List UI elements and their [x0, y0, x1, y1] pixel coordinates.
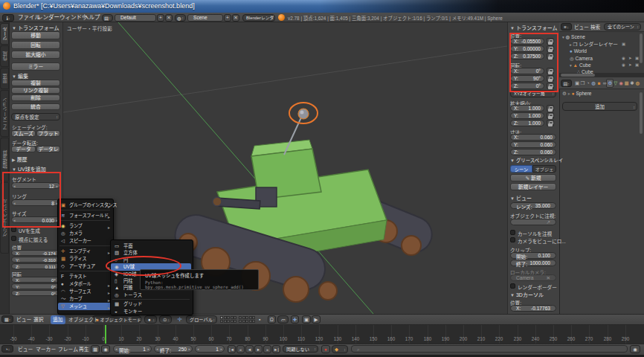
panel-header-add-uv-sphere[interactable]: ▼UV球を追加	[12, 165, 46, 173]
keying-set-icon[interactable]: ◆↕	[332, 345, 348, 353]
toolshelf-tab-4[interactable]: 物理演算	[0, 138, 9, 181]
outliner-menu-1[interactable]: 検索	[590, 23, 600, 31]
mesh-menu-item-9[interactable]: ◒モンキー	[111, 308, 191, 315]
npanel-scale-field-1[interactable]: Y:1.000	[510, 112, 544, 119]
sync-dropdown[interactable]: 同期しない↕	[283, 345, 318, 353]
slider-1[interactable]: ◂8▸	[11, 199, 60, 206]
screen-layout-icon[interactable]: ▤↕	[102, 14, 113, 22]
jump-to-start-icon[interactable]: |◄	[228, 345, 236, 353]
lock-object-field[interactable]: ↗	[510, 219, 556, 225]
pivot-center-icon[interactable]: ⊙↕	[159, 315, 172, 324]
operator-loc-field-0[interactable]: X:-0.174	[11, 250, 60, 256]
proportional-icon[interactable]: ✚	[291, 315, 299, 324]
infobar-menu-3[interactable]: ヘルプ	[83, 13, 100, 22]
editor-type-timeline-icon[interactable]: ◔↕	[1, 345, 13, 353]
lock-camera-checkbox[interactable]	[510, 237, 515, 242]
add-scene-button[interactable]: +	[224, 14, 231, 22]
prev-keyframe-icon[interactable]: «	[236, 345, 245, 353]
cursor-icon[interactable]: ➤	[628, 62, 632, 68]
toolshelf-tab-3[interactable]: アニメーション	[0, 90, 9, 137]
operator-checkbox-1[interactable]	[11, 236, 16, 241]
add-menu-item-12[interactable]: ▽メッシュ▸	[58, 303, 112, 310]
npanel-dim-field-0[interactable]: X:0.060	[510, 134, 556, 141]
panel-header-edit[interactable]: ▼編集	[12, 72, 28, 80]
mesh-menu-item-1[interactable]: ▧立方体	[111, 249, 191, 256]
layer-toggle[interactable]	[239, 316, 242, 319]
smooth-button[interactable]: スムーズ	[11, 130, 36, 137]
screen-layout-field[interactable]: Default	[115, 14, 156, 22]
layer-toggle[interactable]	[249, 320, 252, 323]
operator-rot-field-2[interactable]: Z:0°	[11, 290, 60, 296]
layer-toggle[interactable]	[245, 320, 248, 323]
lens-field[interactable]: レンズ:35.000	[510, 202, 556, 209]
frame-start-field[interactable]: ◂開始:1▸	[113, 345, 152, 353]
operator-rot-field-0[interactable]: X:0°	[11, 277, 60, 283]
opengl-render-icon[interactable]: ▣	[302, 315, 311, 324]
npanel-scale-field-2[interactable]: Z:1.000	[510, 120, 544, 126]
outliner-row-cube[interactable]: ∴ Cube	[577, 68, 593, 76]
layer-toggle[interactable]	[231, 316, 234, 319]
mesh-menu-item-2[interactable]: ○円	[111, 257, 191, 263]
npanel-rot-lock-icon-0[interactable]	[547, 68, 554, 74]
add-menu-item-8[interactable]: Fテキスト	[58, 273, 112, 280]
add-menu-item-6[interactable]: ▦ラティス	[58, 255, 112, 263]
mesh-menu-item-8[interactable]: ▦グリッド	[111, 300, 191, 307]
npanel-scale-lock-icon-2[interactable]	[547, 120, 554, 126]
layer-toggle[interactable]	[252, 320, 255, 323]
npanel-loc-lock-icon-2[interactable]	[547, 53, 554, 60]
layer-toggle[interactable]	[220, 320, 223, 323]
layer-toggle[interactable]	[249, 316, 252, 319]
npanel-rot-field-1[interactable]: Y:90°	[510, 75, 544, 82]
operator-loc-field-1[interactable]: Y:-0.310	[11, 257, 60, 263]
transform-button-2[interactable]: 拡大縮小	[11, 51, 60, 59]
physics-tab-icon[interactable]: ◍	[634, 80, 640, 87]
mode-dropdown[interactable]: ■ オブジェクトモード↕	[92, 315, 141, 324]
npanel-scale-field-0[interactable]: X:1.000	[510, 105, 544, 112]
toolshelf-tab-5[interactable]: グリースペンシル	[0, 182, 9, 254]
keying-set-field[interactable]: ⌕	[351, 345, 628, 353]
npanel-rot-field-0[interactable]: X:0°	[510, 68, 544, 74]
add-menu-item-0[interactable]: ▣グループのインスタンス▸	[58, 202, 112, 209]
layer-toggle[interactable]	[252, 316, 255, 319]
npanel-3dcursor-title[interactable]: ▼3Dカーソル	[510, 291, 544, 298]
lock-layers-icon[interactable]: ▪	[259, 315, 265, 324]
edit-button-1[interactable]: リンク複製	[11, 87, 60, 94]
set-origin-dropdown[interactable]: 原点を設定↕	[11, 113, 60, 120]
npanel-loc-field-2[interactable]: Z:0.37500	[510, 53, 544, 60]
clip-start-field[interactable]: 開始:0.100	[510, 252, 556, 259]
outliner-row-world[interactable]: ● World	[570, 48, 587, 55]
jump-to-end-icon[interactable]: ►|	[272, 345, 280, 353]
edit-button-0[interactable]: 複製	[11, 80, 60, 86]
timeline-menu-0[interactable]: ビュー	[18, 345, 33, 354]
editor-type-view3d-icon[interactable]: ▦↕	[1, 315, 13, 323]
timeline-menu-3[interactable]: 再生	[79, 345, 89, 354]
mesh-menu-item-7[interactable]: ◎トーラス	[111, 292, 191, 298]
add-menu-item-11[interactable]: ～カーブ▸	[58, 295, 112, 303]
data-layer-button[interactable]: データレ	[36, 146, 60, 152]
gpencil-tab-object[interactable]: オブジェクト	[532, 165, 556, 173]
view3d-menu-ビュー[interactable]: ビュー	[16, 315, 31, 324]
layers-widget[interactable]	[220, 316, 256, 323]
layer-toggle[interactable]	[224, 320, 227, 323]
editor-type-outliner-icon[interactable]: ≡↕	[561, 23, 572, 30]
close-layout-button[interactable]: ✕	[165, 14, 173, 22]
add-menu-item-3[interactable]: ◎カメラ	[58, 230, 112, 237]
render-engine-dropdown[interactable]: Blenderレンダー↕	[242, 14, 275, 22]
gpencil-tab-scene[interactable]: シーン	[510, 165, 532, 173]
mirror-button[interactable]: ミラー	[11, 62, 60, 71]
add-modifier-dropdown[interactable]: 追加↕	[562, 102, 637, 111]
npanel-dim-field-2[interactable]: Z:0.060	[510, 149, 556, 155]
add-menu-item-4[interactable]: ◁スピーカー	[58, 237, 112, 245]
slider-0[interactable]: ◂12▸	[11, 182, 60, 189]
editor-type-properties-icon[interactable]: ▤↕	[561, 80, 572, 87]
operator-rot-field-1[interactable]: Y:0°	[11, 283, 60, 289]
eye-icon[interactable]: ◉	[622, 55, 625, 62]
npanel-scale-lock-icon-0[interactable]	[547, 105, 554, 112]
next-keyframe-icon[interactable]: »	[263, 345, 271, 353]
render-icon[interactable]: ▣	[635, 62, 639, 68]
npanel-rot-field-2[interactable]: Z:0°	[510, 83, 544, 89]
layer-toggle[interactable]	[239, 320, 242, 323]
render-border-checkbox[interactable]	[510, 283, 515, 289]
layer-toggle[interactable]	[231, 320, 234, 323]
clip-end-field[interactable]: 終了:1000.000	[510, 260, 556, 266]
